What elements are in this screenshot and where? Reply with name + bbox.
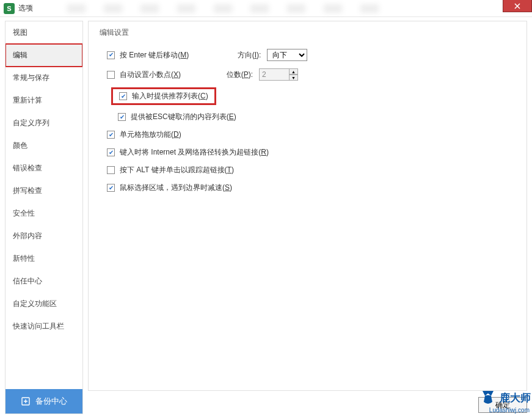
label-hyperlink: 键入时将 Internet 及网络路径转换为超链接(R): [120, 147, 269, 158]
direction-label: 方向(I):: [230, 50, 261, 60]
dialog-body: 视图编辑常规与保存重新计算自定义序列颜色错误检查拼写检查安全性外部内容新特性信任…: [5, 21, 527, 414]
sidebar-item-13[interactable]: 快速访问工具栏: [5, 315, 82, 338]
checkbox-auto-decimal[interactable]: [107, 71, 115, 79]
window-title: 选项: [18, 3, 33, 13]
sidebar-item-10[interactable]: 新特性: [5, 247, 82, 270]
label-mouse-select: 鼠标选择区域，遇到边界时减速(S): [120, 183, 232, 193]
backup-center-button[interactable]: 备份中心: [5, 389, 82, 414]
label-move-after-enter: 按 Enter 键后移动(M): [120, 50, 189, 60]
row-alt-click: 按下 ALT 键并单击以跟踪超链接(T): [100, 161, 516, 179]
blurred-background: [67, 2, 489, 15]
checkbox-alt-click[interactable]: [107, 166, 115, 174]
label-esc-list: 提供被ESC键取消的内容列表(E): [131, 112, 236, 122]
section-title: 编辑设置: [100, 27, 516, 38]
places-up[interactable]: ▲: [290, 68, 298, 75]
backup-center-label: 备份中心: [35, 396, 67, 407]
checkbox-drag-fill[interactable]: [107, 131, 115, 139]
checkbox-mouse-select[interactable]: [107, 184, 115, 192]
checkbox-hyperlink[interactable]: [107, 148, 115, 156]
sidebar-item-8[interactable]: 安全性: [5, 202, 82, 225]
main-panel: 编辑设置 按 Enter 键后移动(M) 方向(I): 向下向上向左向右 自动设…: [88, 21, 527, 414]
places-down[interactable]: ▼: [290, 75, 298, 81]
row-auto-decimal: 自动设置小数点(X) 位数(P): ▲▼: [100, 65, 516, 84]
titlebar: S 选项: [0, 0, 532, 17]
close-icon: [514, 2, 521, 10]
row-drag-fill: 单元格拖放功能(D): [100, 126, 516, 144]
places-spinner[interactable]: ▲▼: [259, 68, 298, 81]
highlight-autocomplete: 输入时提供推荐列表(C): [112, 88, 216, 104]
ok-button[interactable]: 确定: [478, 397, 527, 413]
sidebar-item-0[interactable]: 视图: [5, 21, 82, 44]
backup-icon: [21, 396, 31, 406]
sidebar-item-11[interactable]: 信任中心: [5, 270, 82, 293]
sidebar-item-2[interactable]: 常规与保存: [5, 67, 82, 89]
sidebar: 视图编辑常规与保存重新计算自定义序列颜色错误检查拼写检查安全性外部内容新特性信任…: [5, 21, 83, 414]
row-esc-list: 提供被ESC键取消的内容列表(E): [100, 108, 516, 126]
direction-select[interactable]: 向下向上向左向右: [267, 49, 307, 61]
dialog-footer: 确定: [88, 391, 527, 414]
sidebar-item-3[interactable]: 重新计算: [5, 89, 82, 112]
label-alt-click: 按下 ALT 键并单击以跟踪超链接(T): [120, 165, 234, 175]
row-autocomplete: 输入时提供推荐列表(C): [100, 84, 516, 108]
checkbox-autocomplete[interactable]: [119, 92, 127, 100]
sidebar-item-7[interactable]: 拼写检查: [5, 180, 82, 202]
row-mouse-select: 鼠标选择区域，遇到边界时减速(S): [100, 179, 516, 197]
row-move-after-enter: 按 Enter 键后移动(M) 方向(I): 向下向上向左向右: [100, 45, 516, 65]
label-drag-fill: 单元格拖放功能(D): [120, 129, 181, 140]
app-icon: S: [4, 3, 15, 14]
checkbox-esc-list[interactable]: [118, 113, 126, 121]
settings-panel: 编辑设置 按 Enter 键后移动(M) 方向(I): 向下向上向左向右 自动设…: [88, 21, 527, 391]
sidebar-item-1[interactable]: 编辑: [5, 44, 82, 67]
checkbox-move-after-enter[interactable]: [107, 51, 115, 59]
close-button[interactable]: [503, 0, 532, 12]
sidebar-items: 视图编辑常规与保存重新计算自定义序列颜色错误检查拼写检查安全性外部内容新特性信任…: [5, 21, 82, 387]
label-autocomplete: 输入时提供推荐列表(C): [132, 91, 208, 101]
row-hyperlink: 键入时将 Internet 及网络路径转换为超链接(R): [100, 144, 516, 161]
sidebar-item-12[interactable]: 自定义功能区: [5, 293, 82, 315]
sidebar-item-4[interactable]: 自定义序列: [5, 112, 82, 134]
sidebar-item-9[interactable]: 外部内容: [5, 225, 82, 247]
sidebar-item-6[interactable]: 错误检查: [5, 157, 82, 180]
sidebar-item-5[interactable]: 颜色: [5, 134, 82, 157]
places-input: [259, 68, 290, 81]
label-auto-decimal: 自动设置小数点(X): [120, 70, 181, 80]
places-label: 位数(P):: [222, 70, 253, 80]
